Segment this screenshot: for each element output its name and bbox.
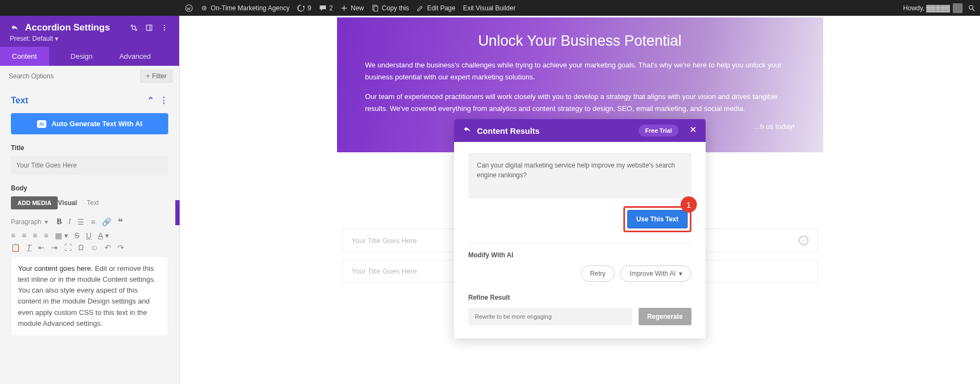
free-trial-badge: Free Trial (639, 125, 678, 137)
special-char-icon[interactable]: Ω (78, 243, 84, 252)
search-options-input[interactable] (7, 69, 140, 83)
new-link[interactable]: New (340, 4, 364, 12)
redo-icon[interactable]: ↷ (118, 243, 124, 252)
ai-result-text: Can your digital marketing service help … (468, 153, 691, 199)
copy-this-link[interactable]: Copy this (371, 4, 409, 12)
hero-paragraph-1: We understand the business's challenges … (365, 59, 795, 83)
strike-icon[interactable]: S (75, 231, 79, 240)
exit-visual-builder-link[interactable]: Exit Visual Builder (463, 4, 516, 12)
align-center-icon[interactable]: ≡ (22, 231, 26, 240)
paragraph-select[interactable]: Paragraph ▾ (11, 218, 48, 226)
back-icon[interactable] (10, 23, 20, 33)
table-icon[interactable]: ▦ ▾ (55, 231, 68, 240)
preset-selector[interactable]: Preset: Default▾ (10, 35, 169, 42)
hero-heading: Unlock Your Business Potential (365, 33, 795, 49)
outdent-icon[interactable]: ⇤ (38, 243, 45, 252)
body-label: Body (11, 184, 168, 192)
avatar (953, 3, 963, 13)
snap-icon[interactable] (144, 23, 154, 33)
undo-icon[interactable]: ↶ (105, 243, 111, 252)
tab-content[interactable]: Content (0, 47, 49, 66)
expand-icon[interactable] (129, 23, 139, 33)
content-results-modal: Content Results Free Trial Can your digi… (454, 119, 706, 338)
hero-paragraph-2: Our team of experienced practitioners wi… (365, 91, 795, 115)
collapse-toggle-icon[interactable]: − (799, 236, 808, 245)
paste-icon[interactable]: 📋 (11, 243, 20, 252)
wp-admin-bar: On-Time Marketing Agency 9 2 New Copy th… (0, 0, 980, 16)
user-greeting[interactable]: Howdy, ▓▓▓▓▓ (903, 3, 963, 13)
modal-title: Content Results (477, 126, 633, 135)
modal-back-icon[interactable] (463, 125, 471, 136)
refine-result-label: Refine Result (468, 294, 691, 301)
chevron-down-icon: ▾ (55, 35, 58, 42)
accordion-item-title: Your Title Goes Here (352, 267, 417, 275)
quote-icon[interactable]: ❝ (118, 216, 123, 228)
callout-highlight: Use This Text (623, 206, 691, 232)
collapse-icon[interactable]: ⌃ (147, 95, 154, 106)
hero-paragraph-3: …h us today! (753, 121, 795, 133)
visual-builder-canvas: Unlock Your Business Potential We unders… (180, 16, 980, 384)
svg-rect-4 (374, 6, 378, 11)
underline-icon[interactable]: U (86, 231, 91, 240)
tab-design[interactable]: Design (59, 47, 105, 66)
emoji-icon[interactable]: ☺ (90, 243, 98, 252)
accordion-item-title: Your Title Goes Here (352, 237, 417, 245)
link-icon[interactable]: 🔗 (102, 218, 111, 226)
body-editor[interactable]: Your content goes here. Edit or remove t… (11, 256, 168, 336)
align-justify-icon[interactable]: ≡ (44, 231, 48, 240)
comments-link[interactable]: 2 (319, 4, 333, 12)
regenerate-button[interactable]: Regenerate (639, 308, 691, 325)
ai-badge-icon: AI (37, 120, 46, 128)
settings-tabs: Content Design Advanced (0, 47, 179, 66)
edit-page-link[interactable]: Edit Page (416, 4, 455, 12)
svg-point-10 (164, 29, 165, 30)
wp-logo-icon[interactable] (185, 4, 193, 12)
textcolor-icon[interactable]: A ▾ (98, 231, 108, 240)
align-right-icon[interactable]: ≡ (33, 231, 37, 240)
callout-badge: 1 (681, 196, 697, 213)
fullscreen-icon[interactable]: ⛶ (64, 243, 72, 252)
modify-with-ai-label: Modify With AI (468, 251, 691, 259)
panel-title: Accordion Settings (25, 22, 124, 33)
chevron-down-icon: ▾ (679, 270, 682, 277)
title-label: Title (11, 144, 168, 152)
filter-button[interactable]: +Filter (140, 70, 173, 83)
svg-rect-6 (132, 26, 136, 29)
plus-icon: + (146, 72, 150, 80)
align-left-icon[interactable]: ≡ (11, 231, 15, 240)
tab-advanced[interactable]: Advanced (107, 47, 163, 66)
retry-button[interactable]: Retry (581, 265, 615, 282)
updates-link[interactable]: 9 (297, 4, 311, 12)
settings-panel: Accordion Settings Preset: Default▾ Cont… (0, 16, 180, 384)
search-icon[interactable] (968, 4, 976, 12)
indent-icon[interactable]: ⇥ (51, 243, 58, 252)
add-media-button[interactable]: ADD MEDIA (11, 196, 58, 209)
bullet-list-icon[interactable]: ☰ (77, 218, 84, 226)
improve-with-ai-button[interactable]: Improve With AI▾ (620, 265, 691, 282)
number-list-icon[interactable]: ≡ (91, 218, 95, 226)
bold-icon[interactable]: B (57, 218, 62, 226)
svg-point-2 (204, 7, 205, 9)
svg-point-9 (164, 27, 165, 28)
section-more-icon[interactable]: ⋮ (160, 95, 168, 106)
chevron-down-icon: ▾ (45, 218, 48, 226)
section-text-heading: Text (11, 96, 28, 106)
more-icon[interactable] (160, 23, 169, 33)
svg-point-8 (164, 25, 165, 26)
svg-rect-7 (146, 25, 152, 30)
use-this-text-button[interactable]: Use This Text (627, 210, 688, 228)
auto-generate-ai-button[interactable]: AI Auto Generate Text With AI (11, 113, 168, 134)
title-input[interactable] (11, 156, 168, 175)
wysiwyg-toolbar: Paragraph ▾ B I ☰ ≡ 🔗 ❝ ≡ ≡ ≡ ≡ ▦ ▾ S U … (11, 216, 168, 252)
svg-point-5 (969, 5, 973, 9)
close-icon[interactable] (689, 126, 697, 135)
refine-input[interactable] (468, 308, 632, 325)
editor-tab-text[interactable]: Text (87, 199, 99, 207)
clear-format-icon[interactable]: T (27, 243, 32, 252)
editor-tab-visual[interactable]: Visual (58, 199, 77, 207)
italic-icon[interactable]: I (68, 218, 71, 226)
site-name-link[interactable]: On-Time Marketing Agency (200, 4, 290, 12)
